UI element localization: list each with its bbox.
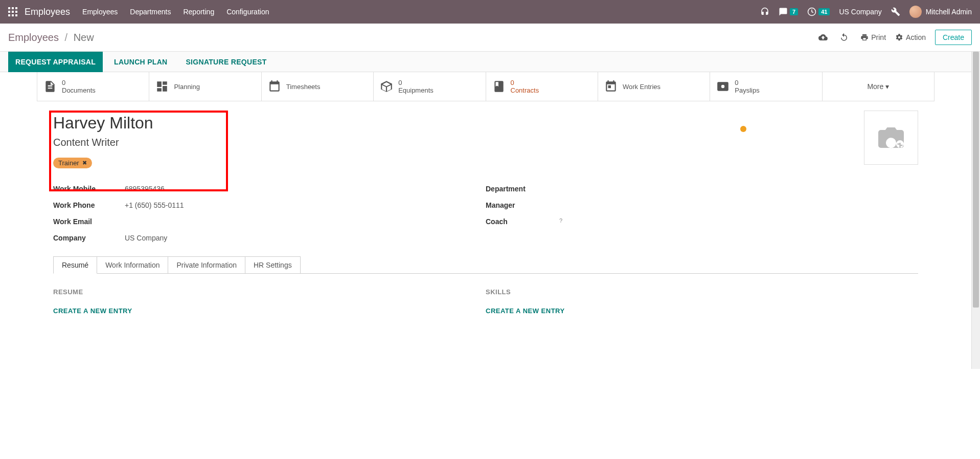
svg-rect-4 bbox=[12, 11, 14, 13]
breadcrumb-current: New bbox=[74, 32, 94, 43]
scrollbar[interactable] bbox=[971, 52, 980, 369]
field-work-email: Work Email bbox=[53, 213, 486, 230]
field-department: Department bbox=[486, 181, 918, 197]
stat-planning[interactable]: Planning bbox=[149, 72, 261, 101]
field-work-mobile: Work Mobile 6895395436 bbox=[53, 181, 486, 197]
messages-icon[interactable]: 7 bbox=[779, 7, 798, 16]
discard-icon[interactable] bbox=[839, 33, 851, 42]
control-bar: Employees / New Print Action Create bbox=[0, 24, 980, 52]
stat-timesheets[interactable]: Timesheets bbox=[262, 72, 374, 101]
breadcrumb-root[interactable]: Employees bbox=[8, 32, 59, 43]
company-selector[interactable]: US Company bbox=[839, 8, 881, 16]
print-button[interactable]: Print bbox=[860, 33, 886, 41]
create-button[interactable]: Create bbox=[935, 30, 972, 45]
stat-equipments[interactable]: 0Equipments bbox=[374, 72, 486, 101]
svg-rect-7 bbox=[12, 14, 14, 16]
action-bar: REQUEST APPRAISAL LAUNCH PLAN SIGNATURE … bbox=[0, 52, 971, 72]
svg-rect-3 bbox=[8, 11, 10, 13]
field-work-phone: Work Phone +1 (650) 555-0111 bbox=[53, 197, 486, 213]
field-coach: Coach ? bbox=[486, 213, 918, 230]
support-icon[interactable] bbox=[760, 7, 769, 16]
svg-rect-0 bbox=[8, 7, 10, 9]
avatar bbox=[909, 6, 922, 18]
svg-rect-5 bbox=[15, 11, 17, 13]
apps-icon[interactable] bbox=[8, 7, 17, 16]
coach-help-icon[interactable]: ? bbox=[559, 217, 562, 226]
nav-departments[interactable]: Departments bbox=[130, 8, 171, 16]
section-skills: SKILLS CREATE A NEW ENTRY bbox=[486, 288, 918, 315]
presence-status-dot[interactable] bbox=[740, 126, 746, 132]
nav-reporting[interactable]: Reporting bbox=[183, 8, 214, 16]
app-name[interactable]: Employees bbox=[25, 7, 70, 17]
launch-plan-button[interactable]: LAUNCH PLAN bbox=[107, 52, 174, 72]
activities-badge: 41 bbox=[818, 8, 830, 15]
skills-create-entry[interactable]: CREATE A NEW ENTRY bbox=[486, 307, 918, 315]
activities-icon[interactable]: 41 bbox=[807, 7, 830, 16]
nav-configuration[interactable]: Configuration bbox=[226, 8, 269, 16]
tabs: Resumé Work Information Private Informat… bbox=[53, 256, 918, 274]
tag-remove-icon[interactable]: ✖ bbox=[82, 160, 87, 166]
breadcrumb: Employees / New bbox=[8, 32, 94, 43]
employee-job-title[interactable]: Content Writer bbox=[53, 137, 918, 148]
tab-resume[interactable]: Resumé bbox=[53, 256, 97, 274]
user-menu[interactable]: Mitchell Admin bbox=[909, 6, 972, 18]
field-company: Company US Company bbox=[53, 230, 486, 246]
svg-rect-2 bbox=[15, 7, 17, 9]
form-sheet: REQUEST APPRAISAL LAUNCH PLAN SIGNATURE … bbox=[0, 52, 971, 369]
user-name: Mitchell Admin bbox=[926, 8, 972, 16]
stat-buttons-row: 0Documents Planning Timesheets 0Equipmen… bbox=[37, 72, 935, 101]
action-button[interactable]: Action bbox=[895, 33, 926, 41]
svg-rect-6 bbox=[8, 14, 10, 16]
tag-trainer[interactable]: Trainer ✖ bbox=[53, 158, 92, 168]
resume-create-entry[interactable]: CREATE A NEW ENTRY bbox=[53, 307, 486, 315]
employee-name[interactable]: Harvey Milton bbox=[53, 114, 918, 133]
svg-rect-8 bbox=[15, 14, 17, 16]
request-appraisal-button[interactable]: REQUEST APPRAISAL bbox=[8, 52, 103, 72]
svg-rect-1 bbox=[12, 7, 14, 9]
settings-icon[interactable] bbox=[891, 7, 900, 16]
caret-down-icon: ▾ bbox=[885, 82, 889, 91]
topbar: Employees Employees Departments Reportin… bbox=[0, 0, 980, 24]
employee-photo-upload[interactable] bbox=[864, 111, 918, 165]
tab-hr-settings[interactable]: HR Settings bbox=[245, 256, 301, 274]
section-resume: RESUME CREATE A NEW ENTRY bbox=[53, 288, 486, 315]
stat-contracts[interactable]: 0Contracts bbox=[486, 72, 598, 101]
scrollbar-thumb[interactable] bbox=[973, 52, 979, 308]
tab-work-information[interactable]: Work Information bbox=[97, 256, 168, 274]
stat-documents[interactable]: 0Documents bbox=[37, 72, 149, 101]
stat-work-entries[interactable]: Work Entries bbox=[598, 72, 710, 101]
stat-more[interactable]: More ▾ bbox=[823, 72, 935, 101]
tab-private-information[interactable]: Private Information bbox=[168, 256, 245, 274]
messages-badge: 7 bbox=[790, 8, 798, 15]
nav-employees[interactable]: Employees bbox=[82, 8, 118, 16]
field-manager: Manager bbox=[486, 197, 918, 213]
stat-payslips[interactable]: 0Payslips bbox=[710, 72, 822, 101]
cloud-save-icon[interactable] bbox=[818, 33, 830, 42]
signature-request-button[interactable]: SIGNATURE REQUEST bbox=[178, 52, 274, 72]
